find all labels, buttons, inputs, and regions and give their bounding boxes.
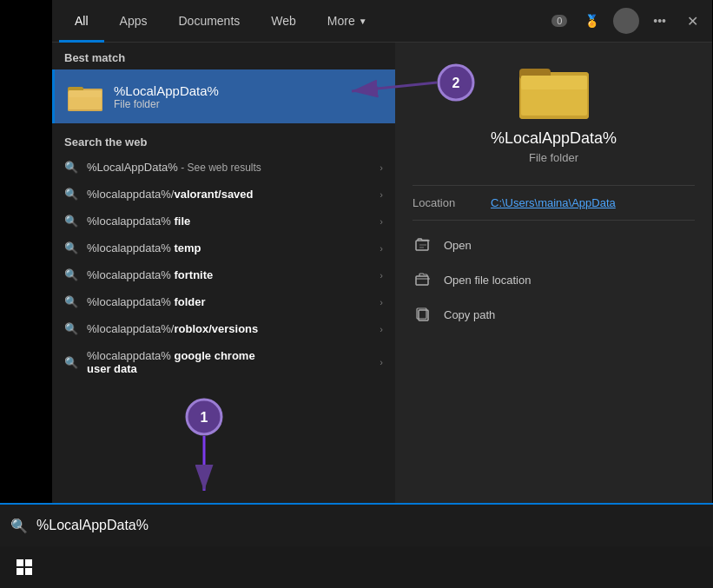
tab-web[interactable]: Web bbox=[255, 0, 312, 43]
web-item-text-1: %localappdata%/valorant/saved bbox=[87, 188, 380, 201]
divider-2 bbox=[413, 220, 695, 221]
more-options-icon[interactable]: ••• bbox=[650, 10, 670, 31]
web-item-text-3: %localappdata% temp bbox=[87, 241, 380, 254]
web-search-item-3[interactable]: 🔍 %localappdata% temp › bbox=[52, 235, 395, 261]
tab-bar: All Apps Documents Web More ▼ 0 🏅 ••• ✕ bbox=[52, 0, 712, 43]
taskbar bbox=[0, 546, 713, 588]
web-search-item-1[interactable]: 🔍 %localappdata%/valorant/saved › bbox=[52, 181, 395, 208]
right-panel: %LocalAppData% File folder Location C:\U… bbox=[395, 43, 712, 546]
web-search-item-4[interactable]: 🔍 %localappdata% fortnite › bbox=[52, 261, 395, 288]
action-copy-path[interactable]: Copy path bbox=[413, 297, 695, 332]
search-bar: 🔍 bbox=[0, 503, 713, 546]
web-item-text-0: %LocalAppData% - See web results bbox=[87, 161, 380, 174]
action-open-location[interactable]: Open file location bbox=[413, 262, 695, 297]
web-item-text-7: %localappdata% google chromeuser data bbox=[87, 349, 380, 375]
left-panel: Best match %LocalAppData% File fol bbox=[52, 43, 395, 546]
location-row: Location C:\Users\maina\AppData bbox=[413, 193, 695, 213]
open-icon bbox=[413, 235, 433, 255]
web-search-item-2[interactable]: 🔍 %localappdata% file › bbox=[52, 208, 395, 235]
search-icon-3: 🔍 bbox=[64, 241, 78, 254]
chevron-right-icon-4: › bbox=[380, 270, 383, 281]
web-search-item-7[interactable]: 🔍 %localappdata% google chromeuser data … bbox=[52, 342, 395, 382]
folder-open-icon bbox=[413, 269, 433, 290]
svg-rect-4 bbox=[69, 90, 102, 97]
tab-bar-right: 0 🏅 ••• ✕ bbox=[551, 8, 705, 34]
action-open-location-label: Open file location bbox=[444, 274, 531, 287]
chevron-right-icon-2: › bbox=[380, 216, 383, 227]
best-match-label: Best match bbox=[52, 43, 395, 69]
action-copy-path-label: Copy path bbox=[444, 308, 495, 321]
search-web-label: Search the web bbox=[52, 127, 395, 154]
medal-icon[interactable]: 🏅 bbox=[581, 10, 603, 31]
svg-rect-9 bbox=[521, 76, 587, 89]
search-window: All Apps Documents Web More ▼ 0 🏅 ••• ✕ … bbox=[52, 0, 712, 546]
chevron-right-icon-7: › bbox=[380, 357, 383, 367]
right-panel-title: %LocalAppData% bbox=[413, 129, 695, 148]
search-icon-6: 🔍 bbox=[64, 322, 78, 335]
notification-badge: 0 bbox=[551, 15, 567, 27]
chevron-right-icon-6: › bbox=[380, 324, 383, 334]
location-value[interactable]: C:\Users\maina\AppData bbox=[491, 196, 616, 209]
svg-rect-23 bbox=[25, 559, 32, 566]
search-icon: 🔍 bbox=[64, 161, 78, 174]
search-icon-7: 🔍 bbox=[64, 356, 78, 369]
web-search-item-0[interactable]: 🔍 %LocalAppData% - See web results › bbox=[52, 154, 395, 181]
chevron-down-icon: ▼ bbox=[359, 17, 367, 26]
tab-more[interactable]: More ▼ bbox=[312, 0, 383, 43]
divider-1 bbox=[413, 185, 695, 186]
best-match-item[interactable]: %LocalAppData% File folder bbox=[52, 69, 395, 123]
web-item-text-2: %localappdata% file bbox=[87, 215, 380, 228]
search-input[interactable] bbox=[36, 518, 210, 533]
web-item-text-6: %localappdata%/roblox/versions bbox=[87, 322, 380, 335]
search-icon-2: 🔍 bbox=[64, 215, 78, 228]
search-icon-4: 🔍 bbox=[64, 268, 78, 281]
avatar[interactable] bbox=[613, 8, 639, 34]
search-bar-icon: 🔍 bbox=[10, 518, 28, 534]
folder-icon bbox=[67, 78, 103, 115]
web-search-item-6[interactable]: 🔍 %localappdata%/roblox/versions › bbox=[52, 315, 395, 342]
best-match-title: %LocalAppData% bbox=[114, 83, 219, 98]
web-item-text-5: %localappdata% folder bbox=[87, 295, 380, 308]
tab-apps[interactable]: Apps bbox=[104, 0, 163, 43]
close-button[interactable]: ✕ bbox=[680, 10, 705, 33]
best-match-text: %LocalAppData% File folder bbox=[114, 83, 219, 110]
chevron-right-icon-0: › bbox=[380, 162, 383, 173]
svg-rect-22 bbox=[17, 559, 23, 566]
svg-rect-11 bbox=[416, 276, 428, 285]
tab-documents[interactable]: Documents bbox=[162, 0, 255, 43]
right-panel-folder-icon bbox=[413, 60, 695, 119]
svg-rect-24 bbox=[17, 568, 23, 575]
right-panel-subtitle: File folder bbox=[413, 151, 695, 164]
content-area: Best match %LocalAppData% File fol bbox=[52, 43, 712, 546]
best-match-subtitle: File folder bbox=[114, 98, 219, 110]
location-label: Location bbox=[413, 196, 482, 209]
copy-icon bbox=[413, 304, 433, 325]
chevron-right-icon-3: › bbox=[380, 243, 383, 254]
search-icon-1: 🔍 bbox=[64, 188, 78, 201]
start-button[interactable] bbox=[7, 550, 42, 585]
chevron-right-icon-5: › bbox=[380, 297, 383, 307]
action-open[interactable]: Open bbox=[413, 228, 695, 262]
web-item-text-4: %localappdata% fortnite bbox=[87, 268, 380, 281]
svg-rect-25 bbox=[25, 568, 32, 575]
tab-all[interactable]: All bbox=[59, 0, 104, 43]
chevron-right-icon-1: › bbox=[380, 189, 383, 200]
action-open-label: Open bbox=[444, 239, 472, 252]
search-icon-5: 🔍 bbox=[64, 295, 78, 308]
web-search-item-5[interactable]: 🔍 %localappdata% folder › bbox=[52, 288, 395, 315]
